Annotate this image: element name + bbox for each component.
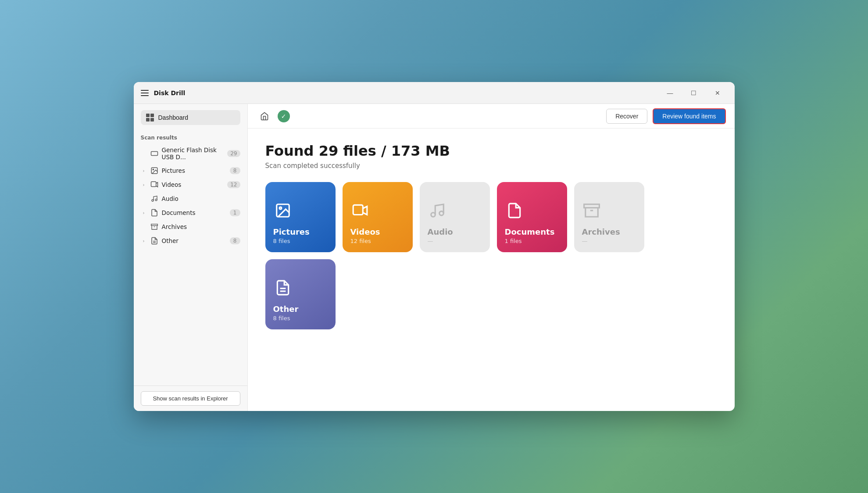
videos-card-label: Videos bbox=[350, 227, 380, 237]
archives-card-label: Archives bbox=[582, 227, 620, 237]
svg-rect-16 bbox=[584, 204, 599, 208]
recover-button[interactable]: Recover bbox=[606, 109, 647, 124]
svg-point-14 bbox=[431, 213, 435, 217]
svg-point-15 bbox=[439, 211, 443, 216]
documents-card-icon bbox=[505, 201, 524, 220]
main-content: Found 29 files / 173 MB Scan completed s… bbox=[248, 129, 735, 411]
pictures-count: 8 bbox=[230, 167, 240, 174]
check-icon: ✓ bbox=[278, 110, 290, 122]
dashboard-icon bbox=[146, 114, 154, 121]
chevron-other: › bbox=[141, 238, 147, 244]
card-videos[interactable]: Videos 12 files bbox=[343, 182, 413, 252]
sidebar-item-pictures[interactable]: › Pictures 8 bbox=[137, 164, 244, 178]
scan-results-label: Scan results bbox=[134, 129, 247, 143]
documents-icon bbox=[150, 209, 158, 217]
documents-count: 1 bbox=[230, 209, 240, 216]
blank-chevron bbox=[141, 150, 147, 157]
archives-label: Archives bbox=[162, 223, 240, 230]
other-label: Other bbox=[162, 237, 226, 244]
review-found-items-button[interactable]: Review found items bbox=[653, 108, 725, 124]
dashboard-button[interactable]: Dashboard bbox=[141, 110, 240, 125]
pictures-label: Pictures bbox=[162, 167, 226, 174]
sidebar-items: Generic Flash Disk USB D... 29 › Picture… bbox=[134, 143, 247, 386]
sidebar-footer: Show scan results in Explorer bbox=[134, 386, 247, 411]
audio-card-count: — bbox=[428, 238, 433, 244]
other-count: 8 bbox=[230, 237, 240, 244]
videos-card-count: 12 files bbox=[350, 238, 371, 244]
card-archives[interactable]: Archives — bbox=[574, 182, 644, 252]
svg-rect-0 bbox=[151, 152, 157, 156]
sidebar: Dashboard Scan results Generic Flash Dis… bbox=[134, 104, 248, 411]
drive-label: Generic Flash Disk USB D... bbox=[162, 146, 224, 161]
menu-icon[interactable] bbox=[141, 89, 150, 97]
home-button[interactable] bbox=[257, 108, 272, 124]
other-card-icon bbox=[273, 278, 293, 297]
audio-card-label: Audio bbox=[428, 227, 453, 237]
card-documents[interactable]: Documents 1 files bbox=[497, 182, 567, 252]
scan-status: Scan completed successfully bbox=[265, 162, 717, 170]
toolbar: ✓ Recover Review found items bbox=[248, 104, 735, 129]
found-title: Found 29 files / 173 MB bbox=[265, 143, 717, 159]
pictures-icon bbox=[150, 167, 158, 175]
drive-icon bbox=[150, 150, 158, 157]
window-controls: — ☐ ✕ bbox=[660, 86, 728, 100]
sidebar-item-archives[interactable]: Archives bbox=[137, 220, 244, 234]
audio-card-icon bbox=[428, 201, 447, 220]
audio-icon bbox=[150, 195, 158, 203]
svg-point-6 bbox=[155, 199, 157, 201]
app-title: Disk Drill bbox=[154, 89, 186, 96]
card-audio[interactable]: Audio — bbox=[420, 182, 490, 252]
maximize-button[interactable]: ☐ bbox=[684, 86, 704, 100]
videos-icon bbox=[150, 181, 158, 189]
file-type-cards: Pictures 8 files Videos 12 files bbox=[265, 182, 717, 329]
archives-icon bbox=[150, 223, 158, 231]
videos-label: Videos bbox=[162, 181, 224, 188]
documents-card-count: 1 files bbox=[505, 238, 522, 244]
chevron-pictures: › bbox=[141, 168, 147, 174]
content-area: ✓ Recover Review found items Found 29 fi… bbox=[248, 104, 735, 411]
sidebar-item-audio[interactable]: Audio bbox=[137, 192, 244, 206]
svg-rect-7 bbox=[151, 224, 157, 225]
documents-card-label: Documents bbox=[505, 227, 555, 237]
pictures-card-label: Pictures bbox=[273, 227, 310, 237]
sidebar-item-documents[interactable]: › Documents 1 bbox=[137, 206, 244, 220]
card-pictures[interactable]: Pictures 8 files bbox=[265, 182, 336, 252]
other-card-label: Other bbox=[273, 304, 299, 314]
sidebar-header: Dashboard bbox=[134, 104, 247, 129]
sidebar-item-videos[interactable]: › Videos 12 bbox=[137, 178, 244, 192]
videos-card-icon bbox=[350, 201, 370, 220]
other-card-count: 8 files bbox=[273, 315, 290, 322]
pictures-card-count: 8 files bbox=[273, 238, 290, 244]
show-explorer-button[interactable]: Show scan results in Explorer bbox=[141, 391, 240, 406]
other-icon bbox=[150, 237, 158, 245]
svg-rect-13 bbox=[353, 205, 363, 215]
sidebar-item-other[interactable]: › Other 8 bbox=[137, 234, 244, 248]
app-window: Disk Drill — ☐ ✕ Dashboard Scan results bbox=[134, 82, 735, 411]
titlebar: Disk Drill — ☐ ✕ bbox=[134, 82, 735, 104]
documents-label: Documents bbox=[162, 209, 226, 216]
card-other[interactable]: Other 8 files bbox=[265, 259, 336, 329]
pictures-card-icon bbox=[273, 201, 293, 220]
chevron-videos: › bbox=[141, 182, 147, 188]
archives-card-icon bbox=[582, 201, 601, 220]
minimize-button[interactable]: — bbox=[660, 86, 680, 100]
audio-label: Audio bbox=[162, 195, 240, 202]
close-button[interactable]: ✕ bbox=[707, 86, 728, 100]
svg-point-3 bbox=[153, 169, 154, 170]
sidebar-item-drive[interactable]: Generic Flash Disk USB D... 29 bbox=[137, 143, 244, 164]
chevron-documents: › bbox=[141, 210, 147, 216]
svg-rect-4 bbox=[151, 182, 156, 186]
svg-point-5 bbox=[152, 200, 154, 201]
main-layout: Dashboard Scan results Generic Flash Dis… bbox=[134, 104, 735, 411]
svg-point-12 bbox=[279, 207, 282, 209]
dashboard-label: Dashboard bbox=[158, 114, 189, 121]
drive-count: 29 bbox=[227, 150, 240, 157]
videos-count: 12 bbox=[227, 181, 240, 188]
archives-card-count: — bbox=[582, 238, 588, 244]
